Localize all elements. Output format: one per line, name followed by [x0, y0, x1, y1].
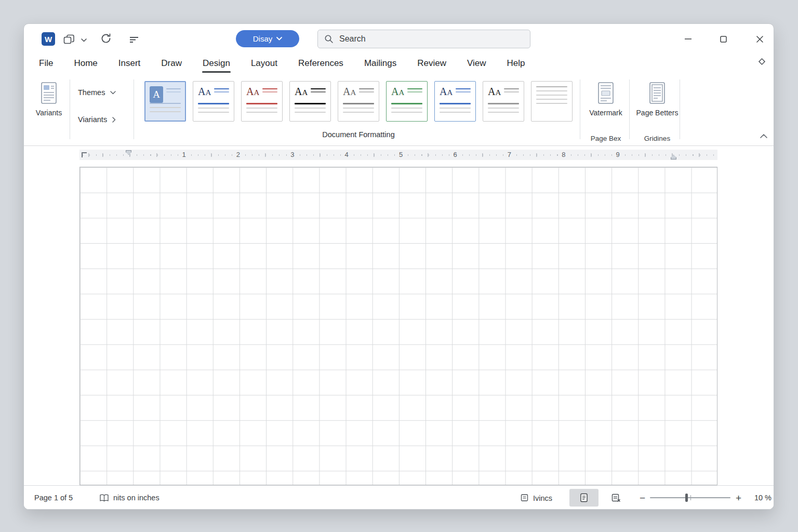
zoom-in-button[interactable]: + — [736, 493, 741, 503]
quick-access-lines-icon[interactable] — [129, 36, 139, 43]
style-thumbnail[interactable]: AA — [386, 81, 428, 122]
page-betters-label: Page Betters — [633, 109, 682, 117]
gallery-caption: Document Formatting — [144, 130, 573, 139]
tab-selector-icon[interactable] — [82, 152, 87, 157]
display-button[interactable]: Disay — [236, 30, 299, 47]
status-bar: Page 1 of 5 nits on inches Ivincs − + 10… — [24, 485, 774, 510]
menu-tab-references[interactable]: References — [298, 55, 344, 73]
ribbon-divider — [70, 79, 70, 139]
ribbon-divider — [134, 79, 134, 139]
titlebar: W Disay — [24, 24, 774, 52]
focus-icon — [520, 494, 529, 502]
display-button-label: Disay — [253, 34, 273, 43]
units-status[interactable]: nits on inches — [99, 494, 159, 502]
ribbon-display-options-icon[interactable] — [757, 57, 766, 68]
variants-label: Variants — [30, 109, 68, 117]
themes-label: Themes — [78, 88, 105, 97]
web-layout-view-button[interactable] — [602, 489, 631, 507]
page-indicator[interactable]: Page 1 of 5 — [34, 494, 73, 502]
style-letters: AA — [391, 86, 404, 97]
document-page[interactable] — [79, 167, 717, 485]
zoom-slider-thumb[interactable] — [685, 494, 688, 502]
units-label: nits on inches — [113, 494, 159, 502]
ribbon-divider — [580, 79, 580, 139]
ruler-number: 6 — [451, 150, 458, 160]
style-thumbnail[interactable]: AA — [483, 81, 524, 122]
search-box[interactable] — [317, 30, 530, 48]
page-indicator-label: Page 1 of 5 — [34, 494, 73, 502]
ruler-number: 7 — [506, 150, 513, 160]
proofing-icon — [99, 494, 109, 502]
style-lines — [407, 86, 422, 92]
maximize-button[interactable] — [715, 31, 732, 47]
ribbon-divider — [680, 79, 680, 139]
style-thumbnail[interactable]: AA — [289, 81, 331, 122]
variants-button[interactable]: Variants — [30, 82, 68, 117]
style-letters: AA — [343, 86, 356, 97]
refresh-icon[interactable] — [100, 32, 112, 45]
menu-tab-insert[interactable]: Insert — [118, 55, 141, 73]
ruler-number: 3 — [289, 150, 296, 160]
menu-tab-design[interactable]: Design — [202, 55, 231, 73]
ruler[interactable]: 123456789 — [79, 150, 717, 160]
menu-tab-draw[interactable]: Draw — [161, 55, 182, 73]
menu-tab-view[interactable]: View — [467, 55, 487, 73]
search-input[interactable] — [338, 34, 524, 44]
ruler-number: 9 — [615, 150, 621, 160]
ruler-number: 8 — [560, 150, 567, 160]
print-layout-view-button[interactable] — [569, 489, 598, 507]
style-gallery: A AA AA AA AA AA AA — [144, 81, 573, 122]
autosave-window-icon[interactable] — [63, 34, 75, 45]
title-block-icon: A — [150, 86, 163, 103]
zoom-percentage[interactable]: 10 % — [748, 494, 772, 502]
themes-button[interactable]: Themes — [78, 88, 116, 97]
watermark-button[interactable]: Vatermark Page Bex — [586, 82, 626, 117]
ribbon: Variants Themes Viariants A AA AA AA — [24, 74, 774, 146]
style-letters: AA — [198, 86, 211, 97]
viariants-button[interactable]: Viariants — [78, 115, 116, 124]
menu-bar: FileHomeInsertDrawDesignLayoutReferences… — [24, 52, 774, 74]
ruler-number: 5 — [397, 150, 404, 160]
ruler-number: 1 — [180, 150, 187, 160]
style-lines — [166, 86, 181, 92]
minimize-button[interactable] — [680, 31, 696, 47]
right-indent-marker[interactable] — [671, 155, 676, 159]
menu-tab-home[interactable]: Home — [73, 55, 98, 73]
ruler-number: 2 — [235, 150, 242, 160]
style-thumbnail[interactable] — [531, 81, 573, 122]
search-icon — [324, 34, 334, 44]
word-window: W Disay FileHomeInser — [23, 23, 774, 510]
menu-tab-file[interactable]: File — [38, 55, 54, 73]
menu-tab-help[interactable]: Help — [507, 55, 526, 73]
menu-tab-mailings[interactable]: Mailings — [364, 55, 397, 73]
watermark-label: Vatermark — [586, 109, 626, 117]
left-indent-marker[interactable] — [126, 150, 131, 155]
document-area — [24, 160, 774, 485]
style-thumbnail-selected[interactable]: A — [144, 81, 186, 122]
style-thumbnail[interactable]: AA — [338, 81, 379, 122]
zoom-out-button[interactable]: − — [640, 493, 645, 503]
gridines-caption: Gridines — [633, 135, 682, 142]
style-lines — [456, 86, 471, 92]
ruler-number: 4 — [343, 150, 350, 160]
menu-tab-layout[interactable]: Layout — [250, 55, 278, 73]
web-layout-icon — [611, 493, 621, 502]
close-button[interactable] — [751, 31, 768, 47]
collapse-ribbon-button[interactable] — [757, 131, 770, 141]
style-thumbnail[interactable]: AA — [241, 81, 283, 122]
chevron-down-icon[interactable] — [81, 38, 87, 42]
style-lines — [504, 86, 519, 92]
focus-status[interactable]: Ivincs — [520, 494, 552, 502]
page-betters-button[interactable]: Page Betters Gridines — [633, 82, 682, 117]
print-layout-icon — [580, 493, 588, 502]
viariants-label: Viariants — [78, 115, 107, 124]
style-thumbnail[interactable]: AA — [193, 81, 234, 122]
chevron-down-icon — [276, 37, 282, 41]
page-borders-icon — [633, 82, 682, 104]
style-thumbnail[interactable]: AA — [434, 81, 476, 122]
style-letters: AA — [246, 86, 259, 97]
watermark-icon — [586, 82, 626, 104]
style-letters: AA — [295, 86, 308, 97]
menu-tab-review[interactable]: Review — [417, 55, 447, 73]
zoom-slider[interactable] — [650, 493, 730, 502]
